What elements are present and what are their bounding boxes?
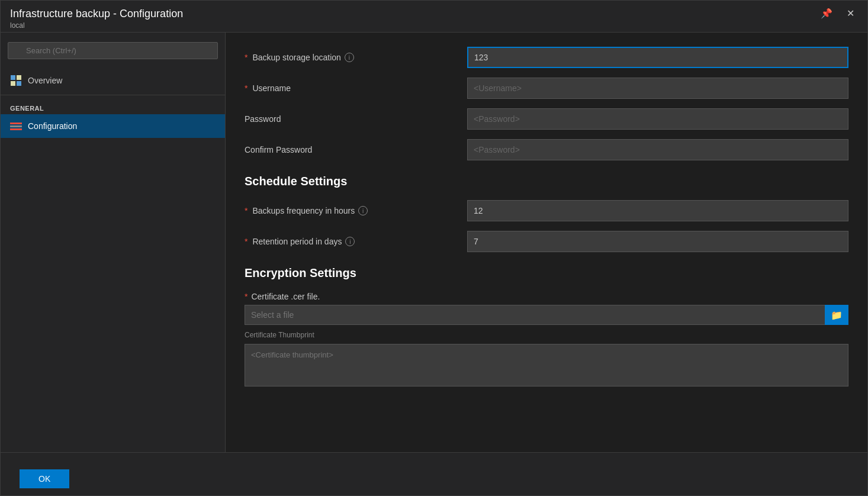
- password-input[interactable]: [467, 108, 848, 130]
- sidebar: 🔍 Overview GENERAL: [1, 33, 226, 452]
- required-star-storage: *: [245, 53, 247, 62]
- retention-period-input[interactable]: [467, 231, 848, 252]
- certificate-thumbprint-label: Certificate Thumbprint: [245, 331, 848, 339]
- required-star-frequency: *: [245, 206, 247, 215]
- backup-storage-label: * Backup storage location i: [245, 53, 458, 62]
- overview-icon: [10, 75, 22, 86]
- password-row: Password: [245, 108, 848, 130]
- sidebar-general-label: GENERAL: [1, 98, 225, 114]
- file-select-input[interactable]: [245, 305, 825, 325]
- schedule-settings-heading: Schedule Settings: [245, 175, 848, 188]
- sidebar-item-configuration-label: Configuration: [28, 121, 77, 131]
- sidebar-divider: [1, 95, 225, 95]
- main-window: Infrastructure backup - Configuration lo…: [0, 0, 868, 496]
- backup-storage-info-icon[interactable]: i: [345, 53, 354, 62]
- pin-button[interactable]: 📌: [817, 8, 836, 20]
- title-bar: Infrastructure backup - Configuration lo…: [1, 1, 867, 33]
- window-title: Infrastructure backup - Configuration: [10, 8, 183, 20]
- config-icon: [10, 120, 22, 132]
- folder-icon: 📁: [831, 310, 843, 321]
- username-input[interactable]: [467, 78, 848, 99]
- password-label: Password: [245, 114, 458, 124]
- search-container: 🔍: [1, 37, 225, 64]
- username-row: * Username: [245, 78, 848, 99]
- search-wrapper: 🔍: [8, 42, 218, 59]
- file-input-row: 📁: [245, 305, 848, 325]
- ok-button[interactable]: OK: [20, 469, 69, 488]
- main-content: * Backup storage location i * Username P…: [226, 33, 867, 452]
- search-input[interactable]: [8, 42, 218, 59]
- required-star-cert: *: [245, 292, 247, 301]
- file-browse-button[interactable]: 📁: [825, 305, 848, 325]
- footer-area: OK: [1, 452, 867, 495]
- confirm-password-label: Confirm Password: [245, 145, 458, 154]
- window-subtitle: local: [10, 21, 183, 30]
- content-area: 🔍 Overview GENERAL: [1, 33, 867, 452]
- retention-period-label: * Retention period in days i: [245, 237, 458, 246]
- retention-period-row: * Retention period in days i: [245, 231, 848, 252]
- backups-frequency-label: * Backups frequency in hours i: [245, 206, 458, 215]
- backup-storage-input[interactable]: [467, 47, 848, 68]
- sidebar-item-overview[interactable]: Overview: [1, 69, 225, 92]
- title-bar-controls: 📌 ✕: [817, 8, 858, 20]
- backup-storage-row: * Backup storage location i: [245, 47, 848, 68]
- sidebar-item-configuration[interactable]: Configuration: [1, 114, 225, 138]
- certificate-label: * Certificate .cer file.: [245, 292, 848, 301]
- encryption-settings-heading: Encryption Settings: [245, 266, 848, 280]
- confirm-password-row: Confirm Password: [245, 139, 848, 160]
- confirm-password-input[interactable]: [467, 139, 848, 160]
- backups-frequency-row: * Backups frequency in hours i: [245, 200, 848, 221]
- required-star-retention: *: [245, 237, 247, 246]
- backups-frequency-input[interactable]: [467, 200, 848, 221]
- certificate-thumbprint-textarea[interactable]: [245, 344, 848, 387]
- backups-frequency-info-icon[interactable]: i: [358, 206, 368, 215]
- close-button[interactable]: ✕: [843, 8, 858, 20]
- retention-period-info-icon[interactable]: i: [345, 237, 355, 246]
- sidebar-item-overview-label: Overview: [28, 76, 62, 85]
- required-star-username: *: [245, 83, 247, 93]
- title-bar-left: Infrastructure backup - Configuration lo…: [10, 8, 183, 30]
- username-label: * Username: [245, 83, 458, 93]
- encryption-section: * Certificate .cer file. 📁 Certificate T…: [245, 292, 848, 387]
